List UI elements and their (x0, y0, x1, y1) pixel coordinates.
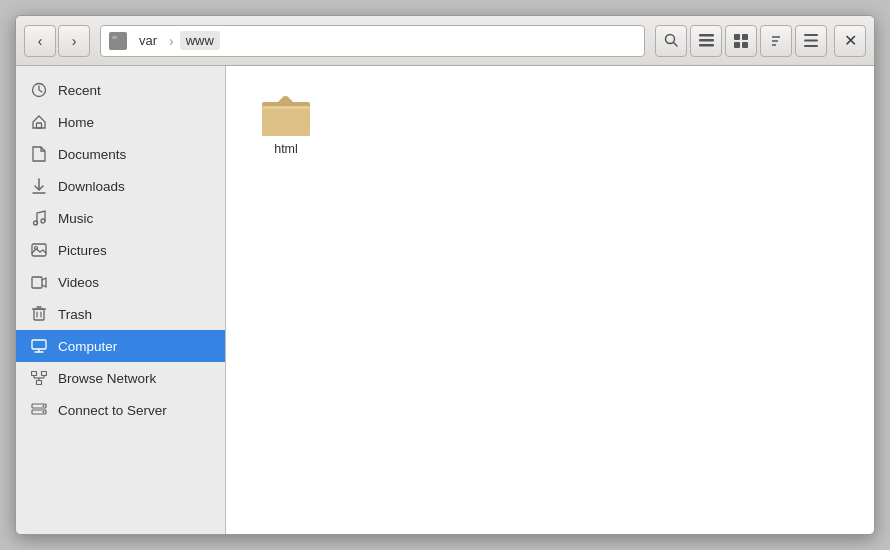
sort-button[interactable] (760, 25, 792, 57)
trash-icon (30, 305, 48, 323)
sidebar-label-recent: Recent (58, 83, 101, 98)
svg-rect-18 (37, 123, 42, 128)
search-button[interactable] (655, 25, 687, 57)
location-icon (109, 32, 127, 50)
sidebar-label-computer: Computer (58, 339, 117, 354)
file-manager-window: ‹ › var › www (15, 15, 875, 535)
sidebar-item-pictures[interactable]: Pictures (16, 234, 225, 266)
svg-rect-31 (32, 340, 46, 349)
sidebar-item-videos[interactable]: Videos (16, 266, 225, 298)
pictures-icon (30, 241, 48, 259)
svg-point-43 (43, 405, 45, 407)
svg-point-21 (34, 221, 38, 225)
svg-point-44 (43, 411, 45, 413)
sidebar-label-home: Home (58, 115, 94, 130)
sidebar-label-network: Browse Network (58, 371, 156, 386)
svg-rect-36 (37, 381, 42, 385)
list-view-button[interactable] (690, 25, 722, 57)
svg-rect-7 (734, 34, 740, 40)
breadcrumb-separator: › (169, 33, 174, 49)
sidebar-label-pictures: Pictures (58, 243, 107, 258)
sidebar-item-server[interactable]: Connect to Server (16, 394, 225, 426)
nav-group: ‹ › (24, 25, 90, 57)
sidebar-item-trash[interactable]: Trash (16, 298, 225, 330)
sidebar-label-videos: Videos (58, 275, 99, 290)
sidebar-label-trash: Trash (58, 307, 92, 322)
svg-line-3 (673, 43, 677, 47)
svg-rect-8 (742, 34, 748, 40)
svg-rect-6 (699, 44, 714, 47)
breadcrumb-root[interactable]: var (133, 31, 163, 50)
menu-button[interactable] (795, 25, 827, 57)
svg-rect-35 (42, 372, 47, 376)
svg-rect-5 (699, 39, 714, 42)
svg-rect-15 (804, 40, 818, 42)
server-icon (30, 401, 48, 419)
grid-view-button[interactable] (725, 25, 757, 57)
folder-label-html: html (274, 142, 298, 156)
main-area: Recent Home Documents (16, 66, 874, 534)
folder-html[interactable]: html (246, 86, 326, 164)
sidebar-label-documents: Documents (58, 147, 126, 162)
videos-icon (30, 273, 48, 291)
forward-button[interactable]: › (58, 25, 90, 57)
music-icon (30, 209, 48, 227)
folder-icon (260, 94, 312, 138)
sidebar-label-downloads: Downloads (58, 179, 125, 194)
svg-rect-25 (32, 277, 42, 288)
toolbar-right: ✕ (655, 25, 866, 57)
svg-rect-14 (804, 34, 818, 36)
svg-rect-4 (699, 34, 714, 37)
recent-icon (30, 81, 48, 99)
computer-icon (30, 337, 48, 355)
sidebar-item-music[interactable]: Music (16, 202, 225, 234)
svg-rect-9 (734, 42, 740, 48)
home-icon (30, 113, 48, 131)
close-button[interactable]: ✕ (834, 25, 866, 57)
svg-rect-10 (742, 42, 748, 48)
network-icon (30, 369, 48, 387)
sidebar-item-computer[interactable]: Computer (16, 330, 225, 362)
location-bar: var › www (100, 25, 645, 57)
sidebar-item-downloads[interactable]: Downloads (16, 170, 225, 202)
sidebar-label-music: Music (58, 211, 93, 226)
sidebar: Recent Home Documents (16, 66, 226, 534)
svg-rect-34 (32, 372, 37, 376)
svg-rect-1 (112, 36, 117, 39)
toolbar: ‹ › var › www (16, 16, 874, 66)
content-area: html (226, 66, 874, 534)
svg-point-22 (41, 219, 45, 223)
svg-rect-16 (804, 45, 818, 47)
svg-rect-26 (34, 309, 44, 320)
back-button[interactable]: ‹ (24, 25, 56, 57)
sidebar-item-network[interactable]: Browse Network (16, 362, 225, 394)
sidebar-item-home[interactable]: Home (16, 106, 225, 138)
breadcrumb-child[interactable]: www (180, 31, 220, 50)
sidebar-label-server: Connect to Server (58, 403, 167, 418)
sidebar-item-documents[interactable]: Documents (16, 138, 225, 170)
documents-icon (30, 145, 48, 163)
sidebar-item-recent[interactable]: Recent (16, 74, 225, 106)
downloads-icon (30, 177, 48, 195)
